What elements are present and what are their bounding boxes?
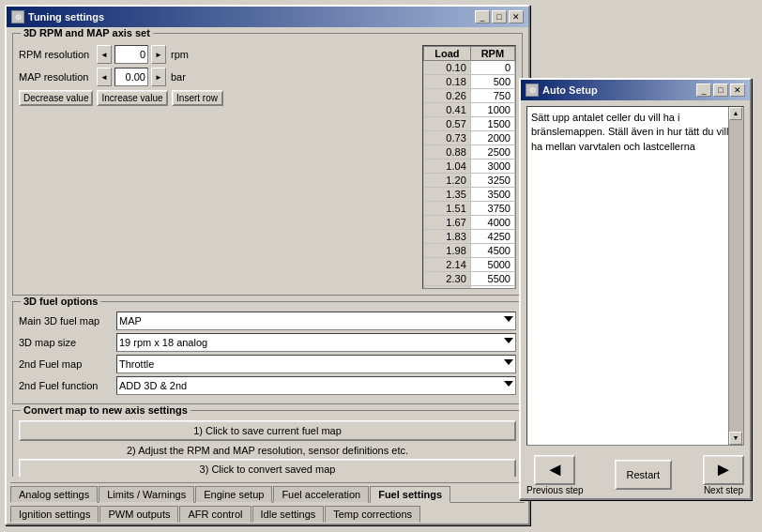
main-content: 3D RPM and MAP axis set RPM resolution ◄…: [7, 27, 528, 477]
load-cell: 0.57: [424, 117, 471, 131]
map-size-select[interactable]: 19 rpm x 18 analog 16 rpm x 16 analog: [116, 333, 516, 352]
maximize-button[interactable]: □: [492, 10, 507, 23]
scroll-up-button[interactable]: ▲: [729, 107, 742, 120]
load-cell: 1.35: [424, 188, 471, 202]
main-window-title: Tuning settings: [28, 11, 104, 23]
table-row: 0.26750: [424, 89, 515, 103]
table-row: 1.984500: [424, 244, 515, 258]
tab-afr-control[interactable]: AFR control: [179, 506, 251, 523]
table-row: 0.411000: [424, 103, 515, 117]
tab-engine-setup[interactable]: Engine setup: [195, 486, 272, 503]
tab-idle-settings[interactable]: Idle settings: [252, 506, 325, 523]
increase-value-button[interactable]: Increase value: [97, 90, 167, 106]
load-cell: 1.83: [424, 230, 471, 244]
save-fuel-map-button[interactable]: 1) Click to save current fuel map: [19, 420, 516, 441]
table-row: 2.456000: [424, 286, 515, 290]
next-step-button[interactable]: ►: [703, 455, 744, 485]
load-cell: 2.14: [424, 258, 471, 272]
table-row: 0.18500: [424, 75, 515, 89]
load-header: Load: [424, 47, 471, 61]
load-cell: 2.30: [424, 272, 471, 286]
auto-setup-title-text: Auto Setup: [542, 84, 598, 96]
load-cell: 0.41: [424, 103, 471, 117]
rpm-cell: 1000: [470, 103, 514, 117]
load-cell: 1.04: [424, 160, 471, 174]
table-row: 1.043000: [424, 160, 515, 174]
auto-setup-body: Sätt upp antalet celler du vill ha i brä…: [521, 100, 750, 451]
tab-ignition-settings[interactable]: Ignition settings: [10, 506, 99, 523]
map-size-label: 3D map size: [19, 337, 113, 348]
rpm-cell: 6000: [470, 286, 514, 290]
load-cell: 1.98: [424, 244, 471, 258]
convert-map-group: Convert map to new axis settings 1) Clic…: [12, 410, 523, 477]
tab-fuel-settings[interactable]: Fuel settings: [370, 486, 450, 503]
close-button[interactable]: ✕: [509, 10, 524, 23]
main-title-bar: ⚙ Tuning settings _ □ ✕: [7, 7, 528, 27]
table-row: 0.100: [424, 61, 515, 75]
second-fuel-select[interactable]: Throttle MAP None: [116, 355, 516, 373]
load-rpm-table: Load RPM 0.1000.185000.267500.4110000.57…: [422, 45, 516, 289]
rpm-cell: 1500: [470, 117, 514, 131]
prev-step-group: ◄ Previous step: [526, 455, 584, 495]
rpm-value-input[interactable]: [114, 45, 148, 64]
next-step-label: Next step: [704, 485, 743, 495]
map-size-row: 3D map size 19 rpm x 18 analog 16 rpm x …: [19, 333, 516, 352]
adjust-text: 2) Adjust the RPM and MAP resolution, se…: [19, 445, 516, 456]
tab-temp-corrections[interactable]: Temp corrections: [325, 506, 420, 523]
table-row: 0.882500: [424, 145, 515, 160]
second-fuel-func-row: 2nd Fuel function ADD 3D & 2nd Multiply …: [19, 376, 516, 395]
rpm-cell: 2000: [470, 131, 514, 145]
minimize-button[interactable]: _: [475, 10, 490, 23]
auto-setup-icon: ⚙: [526, 84, 539, 97]
table-row: 1.513750: [424, 202, 515, 216]
main-fuel-label: Main 3D fuel map: [19, 315, 113, 327]
load-cell: 0.73: [424, 131, 471, 145]
convert-saved-map-button[interactable]: 3) Click to convert saved map: [19, 459, 516, 477]
map-decrease-arrow[interactable]: ◄: [97, 68, 112, 86]
table-row: 0.732000: [424, 131, 515, 145]
map-increase-arrow[interactable]: ►: [151, 68, 166, 86]
prev-step-button[interactable]: ◄: [534, 455, 575, 485]
load-cell: 1.51: [424, 202, 471, 216]
convert-map-label: Convert map to new axis settings: [21, 404, 190, 416]
auto-setup-body-text: Sätt upp antalet celler du vill ha i brä…: [531, 112, 728, 152]
table-row: 0.571500: [424, 117, 515, 131]
rpm-decrease-arrow[interactable]: ◄: [97, 45, 112, 64]
rpm-cell: 4000: [470, 216, 514, 230]
main-window: ⚙ Tuning settings _ □ ✕ 3D RPM and MAP a…: [5, 5, 530, 525]
table-row: 1.353500: [424, 188, 515, 202]
load-cell: 0.10: [424, 61, 471, 75]
rpm-map-group: 3D RPM and MAP axis set RPM resolution ◄…: [12, 33, 523, 296]
rpm-cell: 0: [470, 61, 514, 75]
rpm-increase-arrow[interactable]: ►: [151, 45, 166, 64]
second-fuel-func-select[interactable]: ADD 3D & 2nd Multiply None: [116, 376, 516, 395]
rpm-unit: rpm: [171, 49, 189, 60]
map-unit: bar: [171, 71, 186, 83]
restart-button[interactable]: Restart: [615, 460, 672, 490]
rpm-map-group-label: 3D RPM and MAP axis set: [21, 27, 153, 38]
tab-analog-settings[interactable]: Analog settings: [10, 486, 98, 503]
decrease-value-button[interactable]: Decrease value: [19, 90, 93, 106]
tab-container: Analog settings Limits / Warnings Engine…: [7, 482, 528, 524]
auto-setup-minimize[interactable]: _: [696, 84, 711, 97]
table-row: 2.305500: [424, 272, 515, 286]
rpm-resolution-label: RPM resolution: [19, 49, 94, 60]
map-value-input[interactable]: [114, 68, 148, 86]
scroll-track: [729, 120, 743, 432]
auto-setup-close[interactable]: ✕: [730, 84, 745, 97]
scroll-down-button[interactable]: ▼: [729, 432, 742, 445]
load-cell: 0.26: [424, 89, 471, 103]
auto-setup-maximize[interactable]: □: [713, 84, 728, 97]
rpm-resolution-row: RPM resolution ◄ ► rpm: [19, 45, 415, 64]
auto-setup-text-area: Sätt upp antalet celler du vill ha i brä…: [526, 106, 744, 446]
rpm-cell: 3500: [470, 188, 514, 202]
tab-pwm-outputs[interactable]: PWM outputs: [99, 506, 178, 523]
text-scrollbar[interactable]: ▲ ▼: [728, 107, 743, 445]
prev-step-label: Previous step: [526, 485, 584, 495]
main-fuel-select[interactable]: MAP TPS None: [116, 312, 516, 330]
tab-limits-warnings[interactable]: Limits / Warnings: [99, 486, 194, 503]
load-cell: 1.20: [424, 174, 471, 188]
insert-row-button[interactable]: Insert row: [172, 90, 223, 106]
tab-fuel-acceleration[interactable]: Fuel acceleration: [273, 486, 369, 503]
main-window-icon: ⚙: [11, 10, 24, 23]
